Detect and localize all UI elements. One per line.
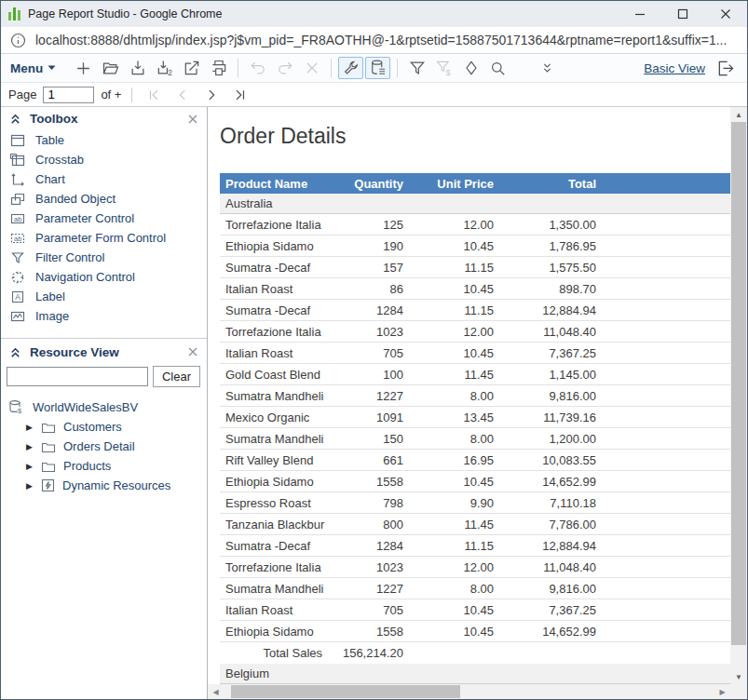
cell-product-name[interactable]: Ethiopia Sidamo xyxy=(220,625,333,639)
cell-total[interactable]: 11,048.40 xyxy=(497,325,600,339)
cell-total[interactable]: 10,083.55 xyxy=(497,453,600,467)
page-number-input[interactable] xyxy=(43,87,94,103)
previous-page-button[interactable] xyxy=(171,86,194,104)
total-value[interactable]: 156,214.20 xyxy=(333,646,407,660)
cell-quantity[interactable]: 1227 xyxy=(333,582,407,596)
expand-caret-icon[interactable]: ▶ xyxy=(26,442,34,451)
save-as-button[interactable]: 2 xyxy=(152,57,177,79)
basic-view-link[interactable]: Basic View xyxy=(644,61,705,75)
cell-product-name[interactable]: Espresso Roast xyxy=(220,496,333,510)
search-button[interactable] xyxy=(485,57,510,79)
save-button[interactable] xyxy=(125,57,150,79)
cell-product-name[interactable]: Sumatra -Decaf xyxy=(220,539,333,553)
cell-product-name[interactable]: Sumatra Mandheli xyxy=(220,432,333,446)
cell-quantity[interactable]: 798 xyxy=(333,496,407,510)
cell-total[interactable]: 14,652.99 xyxy=(497,625,600,639)
cell-product-name[interactable]: Gold Coast Blend xyxy=(220,368,333,382)
more-tools-button[interactable] xyxy=(535,57,560,79)
toolbox-item-label-tool[interactable]: A Label xyxy=(1,287,207,306)
tree-node-dynamic-resources[interactable]: ▶ Dynamic Resources xyxy=(1,476,207,495)
cell-total[interactable]: 7,367.25 xyxy=(497,346,600,360)
address-bar[interactable]: localhost:8888/dhtmljsp/index.jsp?j$vm_p… xyxy=(1,27,747,54)
cell-unit-price[interactable]: 10.45 xyxy=(407,475,497,489)
cell-unit-price[interactable]: 11.15 xyxy=(407,539,497,553)
cell-total[interactable]: 1,200.00 xyxy=(497,432,600,446)
toolbox-item-parameter-control[interactable]: ab Parameter Control xyxy=(1,209,207,228)
new-report-button[interactable] xyxy=(71,57,96,79)
cell-unit-price[interactable]: 9.90 xyxy=(407,496,497,510)
group-row-australia[interactable]: Australia xyxy=(220,194,730,214)
cell-product-name[interactable]: Sumatra Mandheli xyxy=(220,389,333,403)
cell-total[interactable]: 7,786.00 xyxy=(497,518,600,532)
cell-unit-price[interactable]: 8.00 xyxy=(407,582,497,596)
close-toolbox-button[interactable] xyxy=(187,114,198,125)
cell-product-name[interactable]: Rift Valley Blend xyxy=(220,453,333,467)
cell-product-name[interactable]: Mexico Organic xyxy=(220,411,333,424)
collapse-panel-button[interactable] xyxy=(9,346,21,358)
tree-node-customers[interactable]: ▶ Customers xyxy=(1,417,207,437)
page-count-label[interactable]: of + xyxy=(101,88,121,101)
maximize-button[interactable] xyxy=(661,1,704,27)
toolbox-item-navigation-control[interactable]: Navigation Control xyxy=(1,267,207,287)
cell-product-name[interactable]: Torrefazione Italia xyxy=(220,560,333,574)
total-label[interactable]: Total Sales xyxy=(220,646,333,660)
toolbox-item-filter-control[interactable]: Filter Control xyxy=(1,248,207,267)
toolbox-item-chart[interactable]: Chart xyxy=(1,169,207,189)
shape-button[interactable] xyxy=(458,57,483,79)
cell-unit-price[interactable]: 10.45 xyxy=(407,603,497,617)
close-button[interactable] xyxy=(704,1,747,27)
cell-unit-price[interactable]: 13.45 xyxy=(407,411,497,424)
cell-quantity[interactable]: 1091 xyxy=(333,411,407,424)
scroll-right-arrow[interactable]: ▶ xyxy=(714,684,730,699)
toolbox-item-crosstab[interactable]: Crosstab xyxy=(1,150,207,169)
resource-search-input[interactable] xyxy=(7,367,148,386)
header-total[interactable]: Total xyxy=(497,177,600,191)
cell-unit-price[interactable]: 11.15 xyxy=(407,261,497,275)
cell-product-name[interactable]: Sumatra -Decaf xyxy=(220,261,333,275)
cell-quantity[interactable]: 157 xyxy=(333,261,407,275)
last-page-button[interactable] xyxy=(229,86,252,104)
scroll-down-arrow[interactable]: ▼ xyxy=(730,669,747,684)
scroll-up-arrow[interactable]: ▲ xyxy=(730,107,747,122)
next-page-button[interactable] xyxy=(200,86,223,104)
cell-unit-price[interactable]: 10.45 xyxy=(407,346,497,360)
cell-unit-price[interactable]: 11.45 xyxy=(407,518,497,532)
first-page-button[interactable] xyxy=(143,86,165,104)
exit-button[interactable] xyxy=(713,57,738,79)
filter-money-button[interactable]: $ xyxy=(431,57,456,79)
cell-product-name[interactable]: Italian Roast xyxy=(220,346,333,360)
cell-total[interactable]: 898.70 xyxy=(497,282,600,296)
header-unit-price[interactable]: Unit Price xyxy=(407,177,497,191)
open-button[interactable] xyxy=(98,57,123,79)
toolbox-item-banded-object[interactable]: Banded Object xyxy=(1,189,207,209)
cell-unit-price[interactable]: 10.45 xyxy=(407,239,497,253)
print-button[interactable] xyxy=(206,57,231,79)
cell-total[interactable]: 11,739.16 xyxy=(497,411,600,424)
cell-quantity[interactable]: 1284 xyxy=(333,303,407,317)
cell-product-name[interactable]: Ethiopia Sidamo xyxy=(220,239,333,253)
cell-unit-price[interactable]: 8.00 xyxy=(407,432,497,446)
toolbox-item-parameter-form-control[interactable]: ab Parameter Form Control xyxy=(1,228,207,248)
tree-node-orders-detail[interactable]: ▶ Orders Detail xyxy=(1,437,207,456)
cell-product-name[interactable]: Italian Roast xyxy=(220,603,333,617)
cell-total[interactable]: 9,816.00 xyxy=(497,389,600,403)
scroll-left-arrow[interactable]: ◀ xyxy=(208,684,224,699)
close-resource-view-button[interactable] xyxy=(187,346,198,357)
cell-unit-price[interactable]: 8.00 xyxy=(407,389,497,403)
cell-quantity[interactable]: 705 xyxy=(333,603,407,617)
undo-button[interactable] xyxy=(245,57,270,79)
cell-quantity[interactable]: 86 xyxy=(333,282,407,296)
cell-quantity[interactable]: 1284 xyxy=(333,539,407,553)
cell-quantity[interactable]: 150 xyxy=(333,432,407,446)
cell-quantity[interactable]: 1558 xyxy=(333,625,407,639)
cell-total[interactable]: 11,048.40 xyxy=(497,560,600,574)
cell-quantity[interactable]: 1023 xyxy=(333,325,407,339)
cell-product-name[interactable]: Sumatra -Decaf xyxy=(220,303,333,317)
cell-unit-price[interactable]: 12.00 xyxy=(407,218,497,232)
cell-total[interactable]: 7,367.25 xyxy=(497,603,600,617)
horizontal-scrollbar[interactable]: ◀ ▶ xyxy=(208,684,730,699)
group-row-belgium[interactable]: Belgium xyxy=(220,664,730,684)
cell-total[interactable]: 1,145.00 xyxy=(497,368,600,382)
cell-product-name[interactable]: Tanzania Blackbur xyxy=(220,518,333,532)
cell-product-name[interactable]: Sumatra Mandheli xyxy=(220,582,333,596)
